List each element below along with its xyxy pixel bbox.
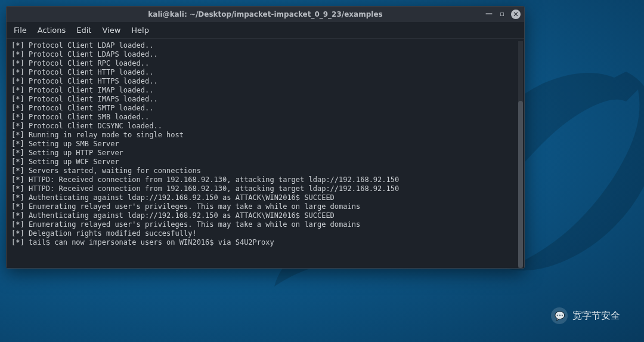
terminal-line: [*] Enumerating relayed user's privilege… [11,202,519,211]
terminal-line: [*] Protocol Client IMAPS loaded.. [11,95,519,104]
titlebar[interactable]: kali@kali: ~/Desktop/impacket-impacket_0… [7,7,524,22]
window-title: kali@kali: ~/Desktop/impacket-impacket_0… [148,10,382,19]
menu-help[interactable]: Help [131,26,149,35]
terminal-line: [*] Running in relay mode to single host [11,131,519,140]
terminal-line: [*] Protocol Client DCSYNC loaded.. [11,122,519,131]
terminal-line: [*] Authenticating against ldap://192.16… [11,193,519,202]
terminal-line: [*] Protocol Client RPC loaded.. [11,59,519,68]
terminal-line: [*] Enumerating relayed user's privilege… [11,220,519,229]
menu-view[interactable]: View [102,26,120,35]
scrollbar-thumb[interactable] [518,101,523,268]
terminal-line: [*] Protocol Client SMTP loaded.. [11,104,519,113]
terminal-line: [*] Protocol Client HTTPS loaded.. [11,77,519,86]
watermark: 💬 宽字节安全 [551,307,620,324]
terminal-line: [*] Delegation rights modified succesful… [11,229,519,238]
terminal-line: [*] tail$ can now impersonate users on W… [11,238,519,247]
terminal-line: [*] Servers started, waiting for connect… [11,167,519,175]
scrollbar[interactable] [518,41,523,268]
menu-file[interactable]: File [14,26,27,35]
terminal-window: kali@kali: ~/Desktop/impacket-impacket_0… [6,6,525,269]
terminal-line: [*] Authenticating against ldap://192.16… [11,211,519,220]
terminal-line: [*] Protocol Client HTTP loaded.. [11,68,519,77]
terminal-line: [*] Protocol Client LDAPS loaded.. [11,50,519,59]
maximize-button[interactable]: ▫ [498,10,506,18]
terminal-line: [*] Protocol Client SMB loaded.. [11,113,519,122]
terminal-line: [*] Protocol Client LDAP loaded.. [11,41,519,50]
terminal-line: [*] Protocol Client IMAP loaded.. [11,86,519,95]
menu-edit[interactable]: Edit [76,26,91,35]
titlebar-controls: — ▫ ✕ [485,10,521,19]
minimize-button[interactable]: — [485,10,493,18]
watermark-text: 宽字节安全 [572,310,620,322]
terminal-line: [*] HTTPD: Received connection from 192.… [11,184,519,193]
terminal-line: [*] Setting up SMB Server [11,140,519,149]
wechat-icon: 💬 [551,307,568,324]
menu-actions[interactable]: Actions [38,26,66,35]
menubar: File Actions Edit View Help [7,22,524,39]
close-button[interactable]: ✕ [511,10,521,19]
terminal-line: [*] Setting up WCF Server [11,158,519,167]
terminal-line: [*] Setting up HTTP Server [11,149,519,158]
terminal-line: [*] HTTPD: Received connection from 192.… [11,175,519,184]
terminal-content[interactable]: [*] Protocol Client LDAP loaded.. [*] Pr… [7,39,524,268]
